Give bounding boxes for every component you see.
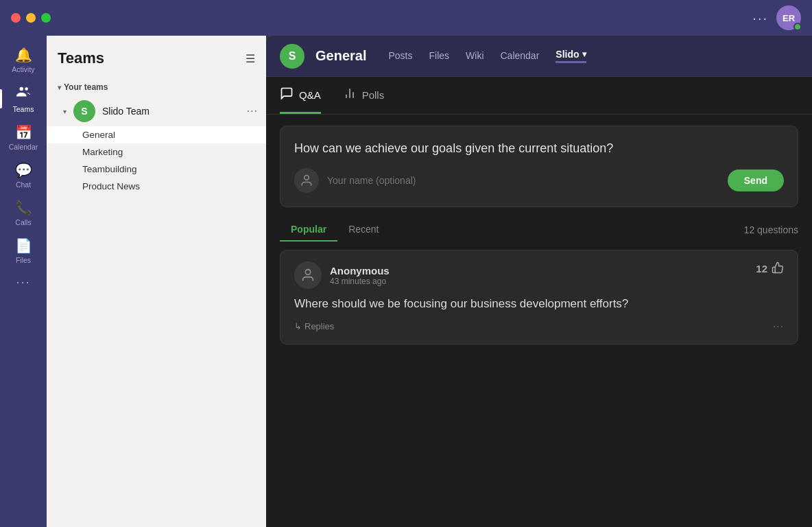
- filter-tabs: Popular Recent 12 questions: [280, 218, 798, 242]
- traffic-lights: [11, 13, 51, 23]
- channel-header: S General Posts Files Wiki Calendar Slid…: [266, 36, 812, 77]
- user-icon: [294, 168, 319, 193]
- author-name: Anonymous: [330, 265, 390, 277]
- questions-count: 12 questions: [744, 224, 798, 235]
- question-box: How can we achieve our goals given the c…: [280, 126, 798, 207]
- chat-icon: 💬: [15, 162, 32, 178]
- like-section[interactable]: 12: [756, 261, 784, 276]
- filter-icon[interactable]: ☰: [246, 52, 255, 65]
- replies-row: ↳ Replies ···: [294, 320, 784, 333]
- close-button[interactable]: [11, 13, 21, 23]
- question-input-row: Send: [294, 168, 784, 193]
- tab-wiki[interactable]: Wiki: [466, 50, 483, 62]
- name-input[interactable]: [327, 175, 719, 186]
- tab-slido[interactable]: Slido ▾: [556, 49, 586, 63]
- channel-marketing[interactable]: Marketing: [47, 143, 266, 161]
- your-teams-header[interactable]: ▾ Your teams: [47, 78, 266, 96]
- team-chevron-icon: ▾: [63, 108, 67, 115]
- question-author-row: Anonymous 43 minutes ago: [294, 261, 390, 289]
- channel-product-news[interactable]: Product News: [47, 178, 266, 195]
- slido-tab-polls[interactable]: Polls: [343, 77, 385, 114]
- team-more-icon[interactable]: ···: [247, 105, 258, 117]
- minimize-button[interactable]: [26, 13, 36, 23]
- author-info: Anonymous 43 minutes ago: [330, 265, 390, 286]
- svg-point-0: [20, 87, 24, 91]
- polls-icon: [343, 86, 357, 104]
- fullscreen-button[interactable]: [41, 13, 51, 23]
- reply-arrow-icon: ↳: [294, 321, 302, 331]
- sidebar-item-calendar[interactable]: 📅 Calendar: [0, 119, 47, 156]
- tab-files[interactable]: Files: [429, 50, 450, 62]
- qa-icon: [280, 86, 294, 104]
- main-content: S General Posts Files Wiki Calendar Slid…: [266, 36, 812, 527]
- calls-icon: 📞: [15, 200, 32, 216]
- tab-posts[interactable]: Posts: [388, 50, 412, 62]
- question-card-header: Anonymous 43 minutes ago 12: [294, 261, 784, 289]
- author-time: 43 minutes ago: [330, 277, 390, 286]
- send-button[interactable]: Send: [728, 169, 784, 191]
- teams-icon: [16, 84, 31, 103]
- online-badge: [793, 23, 802, 31]
- avatar[interactable]: ER: [776, 5, 801, 30]
- filter-tabs-left: Popular Recent: [280, 218, 390, 242]
- sidebar-item-calls[interactable]: 📞 Calls: [0, 194, 47, 232]
- sidebar-item-teams[interactable]: Teams: [0, 79, 47, 119]
- channel-icon: S: [280, 44, 304, 69]
- title-bar-dots[interactable]: ···: [752, 10, 768, 26]
- channel-name: General: [315, 48, 366, 64]
- team-avatar: S: [73, 100, 95, 122]
- chevron-down-icon: ▾: [58, 84, 61, 91]
- more-apps-dots[interactable]: ···: [16, 275, 30, 290]
- sidebar-item-activity[interactable]: 🔔 Activity: [0, 41, 47, 79]
- tab-calendar[interactable]: Calendar: [501, 50, 540, 62]
- svg-point-1: [25, 87, 28, 91]
- teams-panel: Teams ☰ ▾ Your teams ▾ S Slido Team ··· …: [47, 36, 266, 527]
- channel-teambuilding[interactable]: Teambuilding: [47, 161, 266, 178]
- main-container: 🔔 Activity Teams 📅 Calendar 💬 Chat 📞: [0, 36, 812, 527]
- teams-title: Teams: [58, 49, 104, 67]
- title-bar-right: ··· ER: [752, 5, 801, 30]
- channel-general[interactable]: General: [47, 126, 266, 143]
- calendar-icon: 📅: [15, 124, 32, 141]
- filter-recent[interactable]: Recent: [337, 218, 390, 242]
- title-bar: ··· ER: [0, 0, 812, 36]
- question-text: How can we achieve our goals given the c…: [294, 140, 784, 157]
- question-body: Where should we be focusing our business…: [294, 296, 784, 312]
- svg-point-6: [305, 270, 310, 274]
- slido-chevron-icon: ▾: [582, 49, 586, 59]
- replies-link[interactable]: ↳ Replies: [294, 321, 334, 331]
- question-card: Anonymous 43 minutes ago 12: [280, 250, 798, 344]
- slido-area: Q&A Polls How can w: [266, 77, 812, 527]
- your-teams-section: ▾ Your teams ▾ S Slido Team ··· General …: [47, 75, 266, 198]
- like-count: 12: [756, 263, 767, 274]
- teams-header: Teams ☰: [47, 36, 266, 75]
- qa-content: How can we achieve our goals given the c…: [266, 115, 812, 527]
- header-tabs: Posts Files Wiki Calendar Slido ▾: [388, 49, 586, 63]
- anonymous-avatar: [294, 261, 322, 289]
- sidebar-item-files[interactable]: 📄 Files: [0, 232, 47, 270]
- svg-point-5: [304, 176, 309, 180]
- slido-tab-qa[interactable]: Q&A: [280, 77, 321, 114]
- team-slido[interactable]: ▾ S Slido Team ···: [47, 96, 266, 126]
- icon-sidebar: 🔔 Activity Teams 📅 Calendar 💬 Chat 📞: [0, 36, 47, 527]
- sidebar-item-chat[interactable]: 💬 Chat: [0, 156, 47, 194]
- slido-tabs: Q&A Polls: [266, 77, 812, 115]
- like-icon: [772, 261, 784, 276]
- filter-popular[interactable]: Popular: [280, 218, 337, 242]
- post-more-icon[interactable]: ···: [773, 320, 784, 333]
- files-icon: 📄: [15, 237, 32, 254]
- activity-icon: 🔔: [15, 47, 32, 63]
- team-name: Slido Team: [102, 106, 240, 117]
- channel-list: General Marketing Teambuilding Product N…: [47, 126, 266, 195]
